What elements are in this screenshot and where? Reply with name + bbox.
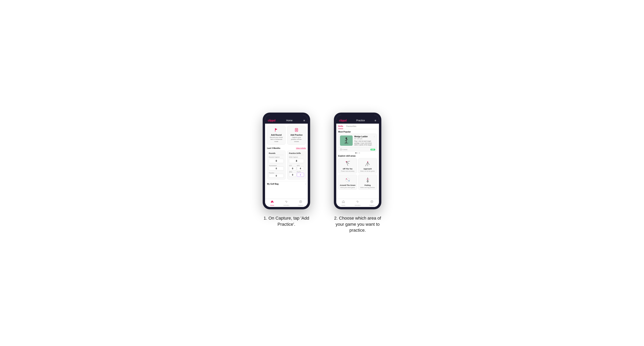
- drills-capture-label: Drills Capture: [289, 156, 304, 158]
- phone2: clippd Practice ≡ Drills Favourites Most…: [334, 113, 381, 209]
- nav-activities-1[interactable]: Activities: [279, 200, 294, 206]
- featured-title: Wedge Ladder: [354, 136, 368, 138]
- putt-value: 4: [297, 173, 304, 177]
- phone1-section: clippd Home ≡: [259, 113, 314, 227]
- rounds-title: Rounds: [269, 152, 284, 155]
- shots-count: 9 shots: [342, 149, 347, 151]
- add-round-card[interactable]: Add Round Record your shots fast or enha…: [267, 126, 286, 145]
- rounds-box: Rounds Rounds Capture 0 Tournament 0: [267, 151, 286, 179]
- around-green-desc: Hone your short game: [340, 187, 355, 188]
- app-label: APP: [297, 165, 304, 167]
- phone1-screen: clippd Home ≡: [265, 115, 308, 207]
- off-the-tee-desc: Power and accuracy: [341, 170, 354, 172]
- tabs-row: Drills Favourites: [336, 124, 379, 129]
- activities-nav-label-1: Activities: [284, 204, 289, 206]
- last-months-header: Last 3 Months View Activity: [265, 146, 308, 151]
- star-icon[interactable]: ☆: [374, 136, 375, 138]
- hamburger-icon-2[interactable]: ≡: [374, 119, 376, 122]
- approach-name: Approach: [363, 168, 372, 170]
- view-activity-link[interactable]: View Activity: [296, 147, 306, 149]
- app-title-1: Home: [286, 119, 292, 122]
- around-green-name: Around The Green: [340, 184, 356, 186]
- carousel-dots: [336, 152, 379, 154]
- svg-point-18: [367, 161, 368, 162]
- status-bar-1: [265, 115, 308, 117]
- svg-line-22: [346, 179, 349, 181]
- home-screen-content: Add Round Record your shots fast or enha…: [265, 124, 308, 199]
- golf-bag-label: My Golf Bag: [267, 183, 278, 185]
- add-practice-desc: Capture your practice off-the-course: [289, 137, 304, 143]
- featured-drill-card[interactable]: Wedge Ladder ☆ 50–100 yds Play 1 shot at…: [338, 134, 377, 152]
- explore-label: Explore skill areas: [336, 154, 379, 158]
- practice-drills-title: Practice Drills: [289, 152, 304, 155]
- putting-name: Putting: [364, 184, 371, 186]
- action-cards: Add Round Record your shots fast or enha…: [265, 124, 308, 146]
- putting-icon: [364, 176, 371, 183]
- svg-line-15: [346, 161, 350, 162]
- nav-capture-2[interactable]: Capture: [365, 200, 379, 206]
- last-months-label: Last 3 Months: [267, 147, 280, 149]
- hamburger-icon-1[interactable]: ≡: [304, 119, 305, 122]
- drills-stat-row: Drills Capture 8 OTT 0 APP 4: [289, 156, 304, 177]
- dot-1[interactable]: [356, 153, 356, 154]
- skill-approach[interactable]: Approach Dial-in to hit the green: [358, 158, 377, 173]
- featured-thumb: [340, 136, 353, 146]
- svg-point-2: [296, 129, 297, 130]
- dot-2[interactable]: [357, 153, 358, 154]
- svg-rect-1: [295, 128, 298, 132]
- approach-icon: [364, 160, 371, 167]
- practice-value: 0: [269, 174, 284, 178]
- app-title-2: Practice: [356, 119, 365, 122]
- nav-home-2[interactable]: Home: [336, 200, 350, 206]
- add-practice-card[interactable]: Add Practice Capture your practice off-t…: [287, 126, 306, 145]
- rounds-value: 0: [269, 159, 284, 163]
- svg-point-6: [344, 142, 349, 144]
- skill-around-green[interactable]: Around The Green Hone your short game: [338, 174, 357, 190]
- practice-drills-box: Practice Drills Drills Capture 8 OTT 0: [287, 151, 306, 179]
- featured-desc: Play 1 shot at each target yardage. If y…: [354, 140, 375, 146]
- flag-icon: [274, 128, 278, 133]
- add-round-title: Add Round: [271, 134, 282, 136]
- activities-nav-label-2: Activities: [355, 204, 360, 206]
- arg-value: 0: [289, 173, 296, 177]
- approach-desc: Dial-in to hit the green: [360, 170, 375, 172]
- dot-3[interactable]: [359, 153, 360, 154]
- tee-icon: [344, 160, 351, 167]
- capture-nav-icon-2: [370, 200, 374, 204]
- putting-desc: Make and lag practice: [360, 187, 375, 188]
- practice-label: Practice: [269, 172, 284, 174]
- status-bar-2: [336, 115, 379, 117]
- skill-putting[interactable]: Putting Make and lag practice: [358, 174, 377, 190]
- tournament-label: Tournament: [269, 165, 284, 167]
- phone1: clippd Home ≡: [263, 113, 310, 209]
- tab-favourites[interactable]: Favourites: [346, 125, 356, 129]
- atg-icon: [344, 176, 351, 183]
- golf-bag-row[interactable]: My Golf Bag ›: [265, 181, 308, 187]
- ott-label: OTT: [289, 165, 296, 167]
- nav-home-1[interactable]: Home: [265, 200, 279, 206]
- nav-capture-1[interactable]: Capture: [294, 200, 308, 206]
- drills-value: 8: [289, 159, 304, 163]
- practice-screen-content: Drills Favourites Most Popular: [336, 124, 379, 199]
- tab-drills[interactable]: Drills: [338, 125, 343, 129]
- activities-nav-icon-2: [356, 200, 359, 204]
- svg-point-7: [346, 138, 347, 139]
- caption-2: 2. Choose which area of your game you wa…: [330, 215, 385, 233]
- featured-subtitle: 50–100 yds: [354, 138, 375, 140]
- add-round-desc: Record your shots fast or enhanced mode: [269, 137, 284, 143]
- app-logo-2: clippd: [339, 119, 346, 122]
- phone2-screen: clippd Practice ≡ Drills Favourites Most…: [336, 115, 379, 207]
- featured-card-inner: Wedge Ladder ☆ 50–100 yds Play 1 shot at…: [338, 134, 377, 148]
- bottom-nav-2: Home Activities Capture: [336, 199, 379, 207]
- most-popular-label: Most Popular: [336, 129, 379, 134]
- bottom-nav-1: Home Activities Capture: [265, 199, 308, 207]
- capture-nav-label-1: Capture: [298, 204, 304, 206]
- skill-off-the-tee[interactable]: Off The Tee Power and accuracy: [338, 158, 357, 173]
- capture-nav-label-2: Capture: [369, 204, 374, 206]
- tournament-value: 0: [269, 167, 284, 171]
- app-header-2: clippd Practice ≡: [336, 117, 379, 124]
- app-header-1: clippd Home ≡: [265, 117, 308, 124]
- clock-icon: [340, 149, 342, 151]
- home-nav-label-2: Home: [342, 204, 345, 206]
- nav-activities-2[interactable]: Activities: [350, 200, 365, 206]
